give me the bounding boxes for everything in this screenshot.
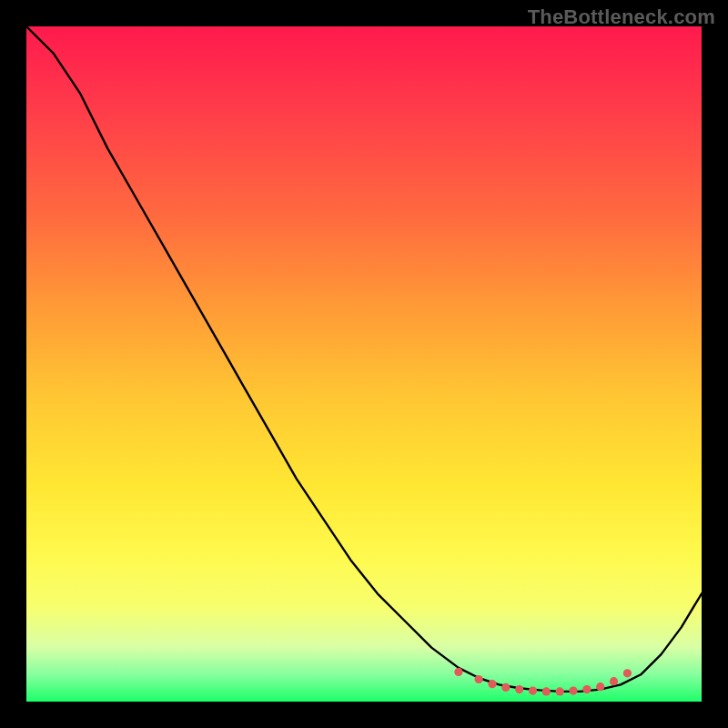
valley-marker [623, 669, 632, 677]
valley-marker [454, 668, 462, 676]
valley-marker [488, 680, 496, 688]
bottleneck-curve-path [26, 26, 702, 692]
valley-marker [515, 685, 523, 693]
valley-marker [596, 682, 604, 691]
main-curve [26, 26, 702, 692]
chart-frame: TheBottleneck.com [0, 0, 728, 728]
valley-marker [582, 685, 591, 693]
valley-marker [569, 687, 577, 695]
valley-marker [501, 683, 510, 692]
valley-marker [475, 675, 483, 683]
plot-area [26, 26, 702, 702]
valley-marker [556, 687, 564, 695]
valley-marker [542, 687, 551, 695]
chart-overlay [26, 26, 702, 702]
valley-marker [529, 687, 537, 695]
valley-marker [610, 677, 618, 685]
valley-markers [454, 668, 632, 696]
